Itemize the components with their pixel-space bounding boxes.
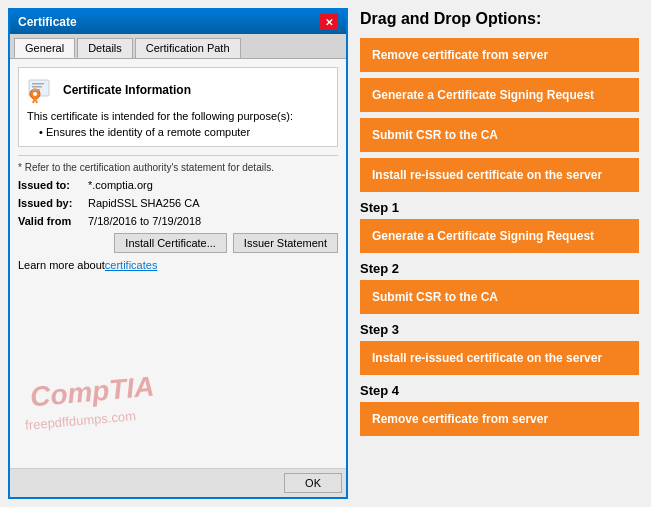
issued-to-row: Issued to: *.comptia.org [18, 179, 338, 191]
cert-info-title: Certificate Information [63, 83, 191, 97]
tab-certification-path[interactable]: Certification Path [135, 38, 241, 58]
learn-more-text: Learn more about [18, 259, 105, 271]
step-2-label: Step 2 [360, 261, 639, 276]
issued-to-value: *.comptia.org [88, 179, 153, 191]
install-buttons-row: Install Certificate... Issuer Statement [18, 233, 338, 253]
dnd-btn-1[interactable]: Generate a Certificate Signing Request [360, 78, 639, 112]
issued-to-label: Issued to: [18, 179, 88, 191]
svg-rect-7 [32, 89, 40, 91]
cert-info-box: Certificate Information This certificate… [18, 67, 338, 147]
certificate-window: Certificate ✕ General Details Certificat… [8, 8, 348, 499]
cert-refer-text: * Refer to the certification authority's… [18, 155, 338, 173]
freedpdumps-watermark: freepdffdumps.com [25, 408, 137, 433]
install-certificate-button[interactable]: Install Certificate... [114, 233, 226, 253]
window-title: Certificate [18, 15, 77, 29]
issuer-statement-button[interactable]: Issuer Statement [233, 233, 338, 253]
learn-more-row: Learn more about certificates [18, 259, 338, 271]
step-3-label: Step 3 [360, 322, 639, 337]
tab-general[interactable]: General [14, 38, 75, 58]
issued-by-value: RapidSSL SHA256 CA [88, 197, 200, 209]
right-panel: Drag and Drop Options: Remove certificat… [348, 0, 651, 507]
valid-from-row: Valid from 7/18/2016 to 7/19/2018 [18, 215, 338, 227]
tab-details[interactable]: Details [77, 38, 133, 58]
svg-rect-6 [32, 86, 42, 88]
cert-header-row: Certificate Information [27, 76, 329, 104]
cert-icon [27, 76, 55, 104]
step-2-btn[interactable]: Submit CSR to the CA [360, 280, 639, 314]
cert-body: Certificate Information This certificate… [10, 59, 346, 468]
ok-row: OK [10, 468, 346, 497]
comptia-watermark: CompTIA [29, 371, 156, 414]
tab-bar: General Details Certification Path [10, 34, 346, 59]
step-3-btn[interactable]: Install re-issued certificate on the ser… [360, 341, 639, 375]
titlebar: Certificate ✕ [10, 10, 346, 34]
valid-from-label: Valid from [18, 215, 88, 227]
certificates-link[interactable]: certificates [105, 259, 158, 271]
cert-purpose-item: Ensures the identity of a remote compute… [39, 126, 329, 138]
issued-by-row: Issued by: RapidSSL SHA256 CA [18, 197, 338, 209]
step-1-label: Step 1 [360, 200, 639, 215]
issued-by-label: Issued by: [18, 197, 88, 209]
step-1-btn[interactable]: Generate a Certificate Signing Request [360, 219, 639, 253]
dnd-title: Drag and Drop Options: [360, 10, 639, 28]
svg-point-2 [33, 92, 37, 96]
dnd-btn-2[interactable]: Submit CSR to the CA [360, 118, 639, 152]
step-4-btn[interactable]: Remove certificate from server [360, 402, 639, 436]
ok-button[interactable]: OK [284, 473, 342, 493]
step-4-label: Step 4 [360, 383, 639, 398]
dnd-btn-0[interactable]: Remove certificate from server [360, 38, 639, 72]
dnd-btn-3[interactable]: Install re-issued certificate on the ser… [360, 158, 639, 192]
svg-rect-5 [32, 83, 44, 85]
close-button[interactable]: ✕ [320, 14, 338, 30]
cert-purpose-intro: This certificate is intended for the fol… [27, 110, 329, 122]
valid-from-value: 7/18/2016 to 7/19/2018 [88, 215, 201, 227]
